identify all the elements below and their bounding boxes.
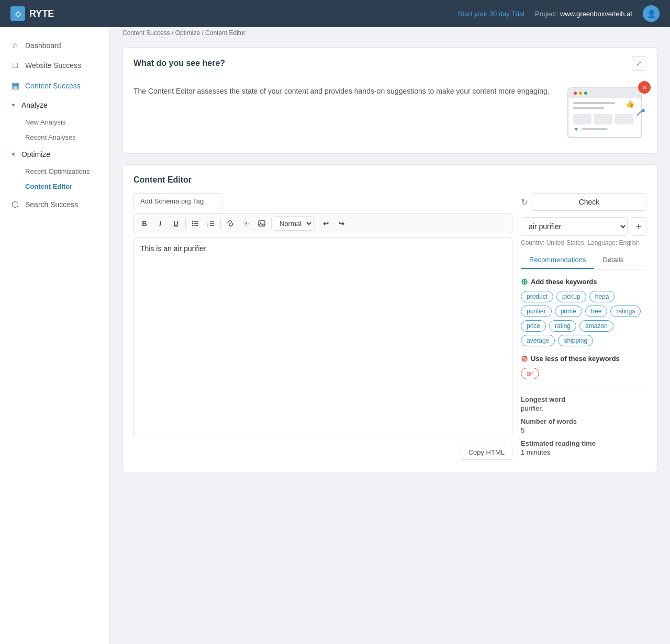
sidebar-item-content-success[interactable]: ▦ Content Success	[0, 75, 109, 96]
svg-rect-28	[259, 221, 265, 226]
tab-details[interactable]: Details	[594, 252, 632, 269]
breadcrumb-sep-1: /	[172, 29, 175, 37]
close-badge[interactable]: ✕	[638, 81, 651, 94]
recent-analyses-label: Recent Analyses	[25, 133, 76, 141]
add-keyword-button[interactable]: +	[631, 217, 646, 236]
kw-tag-hepa[interactable]: hepa	[589, 291, 615, 302]
redo-button[interactable]: ↪	[334, 216, 349, 231]
expand-button[interactable]: ⤢	[632, 56, 646, 71]
kw-tag-prime[interactable]: prime	[555, 306, 582, 317]
sidebar-item-label: Website Success	[25, 61, 81, 70]
check-row: ↻ Check	[521, 193, 646, 211]
tab-recommendations[interactable]: Recommendations	[521, 252, 594, 269]
toolbar-divider-4	[316, 218, 316, 229]
topnav: ◇ RYTE Start your 30 day Trial Project: …	[0, 0, 670, 27]
info-section: The Content Editor assesses the state of…	[123, 77, 657, 153]
svg-point-5	[584, 92, 587, 95]
kw-tag-shipping[interactable]: shipping	[558, 335, 593, 346]
schema-tag-button[interactable]: Add Schema.org Tag	[133, 193, 222, 209]
analyze-label: Analyze	[21, 101, 48, 109]
undo-button[interactable]: ↩	[318, 216, 333, 231]
avatar[interactable]: 👤	[643, 5, 660, 22]
italic-button[interactable]: I	[153, 216, 168, 231]
browser-illustration: ♥ 👍	[563, 85, 646, 143]
ordered-list-button[interactable]: 123	[204, 216, 218, 231]
new-analysis-label: New Analysis	[25, 118, 65, 126]
longest-word-value: purifier.	[521, 404, 646, 412]
kw-tag-rating[interactable]: rating	[549, 320, 576, 332]
analyze-arrow-icon: ▼	[10, 102, 16, 108]
breadcrumb-part-1: Content Success	[122, 29, 170, 37]
editor-right-panel: ↻ Check air purifier + Country: United S…	[521, 193, 646, 461]
optimize-subitems: Recent Optimizations Content Editor	[0, 164, 109, 194]
sidebar-item-content-editor[interactable]: Content Editor	[25, 179, 109, 194]
kw-tag-average[interactable]: average	[521, 335, 555, 346]
project-name[interactable]: www.greenboxverleih.at	[560, 10, 632, 18]
sidebar-section-analyze[interactable]: ▼ Analyze	[0, 96, 109, 115]
kw-tag-amazon[interactable]: amazon	[579, 320, 613, 332]
kw-tag-price[interactable]: price	[521, 320, 546, 332]
sidebar-section-optimize[interactable]: ▼ Optimize	[0, 145, 109, 164]
info-card-header: What do you see here? ⤢	[123, 48, 657, 77]
svg-rect-2	[568, 93, 641, 98]
sidebar-item-recent-optimizations[interactable]: Recent Optimizations	[25, 164, 109, 179]
link-button[interactable]	[223, 216, 238, 231]
home-icon: ⌂	[10, 41, 20, 50]
content-editor-label: Content Editor	[25, 183, 72, 190]
editor-toolbar: B I U 123	[133, 213, 512, 233]
reading-time-stat: Estimated reading time 1 minutes	[521, 439, 646, 456]
kw-tag-free[interactable]: free	[585, 306, 608, 317]
kw-tag-product[interactable]: product	[521, 291, 553, 302]
add-circle-icon: ⊕	[521, 277, 528, 287]
main-content: Content Editor Content Success / Optimiz…	[110, 0, 670, 485]
info-card: What do you see here? ⤢ The Content Edit…	[122, 47, 657, 154]
format-select[interactable]: Normal	[274, 216, 314, 231]
bold-button[interactable]: B	[137, 216, 152, 231]
use-less-section: ⊘ Use less of these keywords	[521, 354, 646, 364]
kw-tag-air[interactable]: air	[521, 368, 539, 379]
sidebar: ⌂ Dashboard □ Website Success ▦ Content …	[0, 27, 110, 485]
text-editor[interactable]: This is an air purifier.	[133, 238, 512, 436]
refresh-icon[interactable]: ↻	[521, 197, 528, 207]
analyze-subitems: New Analysis Recent Analyses	[0, 115, 109, 145]
longest-word-label: Longest word	[521, 396, 646, 403]
sidebar-item-search-success[interactable]: ⬡ Search Success	[0, 194, 109, 214]
sidebar-item-website-success[interactable]: □ Website Success	[0, 55, 109, 75]
stats-section: Longest word purifier. Number of words 5…	[521, 388, 646, 456]
country-lang: Country: United States, Language: Englis…	[521, 239, 646, 246]
kw-tag-pickup[interactable]: pickup	[556, 291, 586, 302]
toolbar-divider-3	[271, 218, 272, 229]
recent-optimizations-label: Recent Optimizations	[25, 167, 90, 175]
word-count-label: Number of words	[521, 417, 646, 425]
keyword-select[interactable]: air purifier	[521, 217, 628, 236]
svg-rect-7	[573, 107, 605, 109]
editor-area: Add Schema.org Tag B I U 123	[133, 193, 646, 461]
underline-button[interactable]: U	[169, 216, 183, 231]
search-success-label: Search Success	[25, 200, 78, 209]
unordered-list-button[interactable]	[188, 216, 203, 231]
image-button[interactable]	[254, 216, 269, 231]
editor-left: Add Schema.org Tag B I U 123	[133, 193, 512, 461]
breadcrumb-part-3: Content Editor	[205, 29, 245, 37]
kw-tag-ratings[interactable]: ratings	[610, 306, 641, 317]
sidebar-item-dashboard[interactable]: ⌂ Dashboard	[0, 36, 109, 55]
sidebar-item-new-analysis[interactable]: New Analysis	[25, 115, 109, 130]
panel-tabs: Recommendations Details	[521, 252, 646, 269]
svg-point-4	[579, 92, 582, 95]
longest-word-stat: Longest word purifier.	[521, 396, 646, 412]
logo[interactable]: ◇ RYTE	[10, 6, 54, 21]
svg-rect-6	[573, 102, 615, 104]
unlink-button[interactable]	[239, 216, 253, 231]
svg-point-19	[192, 221, 193, 222]
check-button[interactable]: Check	[532, 193, 646, 211]
reading-time-label: Estimated reading time	[521, 439, 646, 447]
sidebar-item-label: Dashboard	[25, 41, 61, 50]
sidebar-item-recent-analyses[interactable]: Recent Analyses	[25, 130, 109, 145]
trial-link[interactable]: Start your 30 day Trial	[458, 10, 524, 18]
copy-html-button[interactable]: Copy HTML	[461, 445, 512, 460]
kw-tag-purifier[interactable]: purifier	[521, 306, 552, 317]
word-count-value: 5	[521, 426, 646, 434]
svg-rect-9	[594, 114, 612, 125]
word-count-stat: Number of words 5	[521, 417, 646, 434]
editor-card: Content Editor Add Schema.org Tag B I U …	[122, 164, 657, 472]
